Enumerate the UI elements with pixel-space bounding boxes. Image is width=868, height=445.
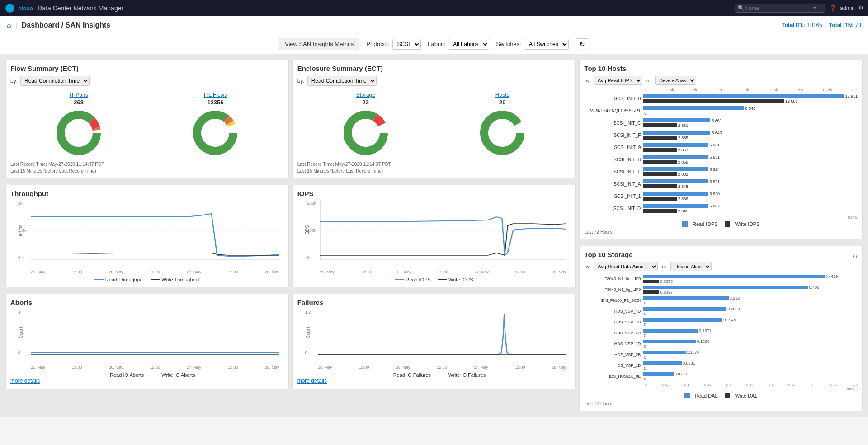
top10-hosts-panel: Top 10 Hosts by: Avg Read IOPS for: Devi… <box>579 60 863 239</box>
svg-text:≡: ≡ <box>9 7 11 11</box>
top10-storage-title: Top 10 Storage <box>584 251 632 258</box>
storage-legend: Read DAL Write DAL <box>584 393 858 398</box>
help-icon[interactable]: ❓ <box>830 5 836 11</box>
it-pairs-label[interactable]: IT Pairs <box>70 92 88 98</box>
cisco-logo-icon: ≡ <box>5 3 15 14</box>
storage-value: 22 <box>363 99 369 106</box>
flow-summary-title: Flow Summary (ECT) <box>10 65 284 72</box>
by-label: by: <box>10 78 18 84</box>
aborts-panel: Aborts 4 0 Count 25. May12:0026. May12:0… <box>5 294 289 389</box>
storage-donut-chart <box>341 108 391 158</box>
throughput-panel: Throughput 5k 2.5k 0 MBps <box>5 185 289 287</box>
storage-by-label: by: <box>584 264 591 269</box>
refresh-button[interactable]: ↻ <box>576 38 589 50</box>
svg-point-17 <box>356 123 376 143</box>
iops-title: IOPS <box>297 190 571 197</box>
enclosure-summary-by-row: by: Read Completion Time <box>297 76 571 86</box>
switches-select[interactable]: All Switches <box>524 39 569 50</box>
hosts-donut: Hosts 20 <box>477 92 527 158</box>
table-row: HDS_VSP_1B0.09310 <box>584 361 858 370</box>
search-box[interactable]: 🔍 ▼ <box>735 4 825 13</box>
table-row: HDS_VSP_4D0.20290 <box>584 306 858 316</box>
failures-x-labels: 25. May12:0026. May12:0027. May12:0028. … <box>318 364 566 370</box>
totals-section: Total ITL: 18165 Total ITN: 78 <box>782 22 861 28</box>
fabric-filter: Fabric: All Fabrics <box>428 39 490 50</box>
iops-x-labels: 25. May12:0026. May12:0027. May12:0028. … <box>320 269 566 275</box>
settings-icon[interactable]: ⚙ <box>859 5 863 11</box>
search-dropdown-icon[interactable]: ▼ <box>812 6 816 10</box>
protocol-label: Protocol: <box>366 41 389 47</box>
table-row: HDS_VSP_3D0.19450 <box>584 317 858 327</box>
aborts-title: Aborts <box>10 299 284 306</box>
storage-bar-chart: F8040_N1_0e_LIF00.44290.0373F8040_N1_0g_… <box>584 274 858 391</box>
storage-refresh-icon[interactable]: ↻ <box>852 253 858 260</box>
fabric-select[interactable]: All Fabrics <box>448 39 489 50</box>
flow-last-window: Last 15 Minutes (before Last Record Time… <box>10 169 284 173</box>
table-row: SCSI_INIT_D5 6072 845 <box>584 203 858 214</box>
table-row: HDS_VSP_2D0.13710 <box>584 328 858 338</box>
flow-summary-dropdown[interactable]: Read Completion Time <box>20 76 90 86</box>
itl-flows-chart <box>190 108 240 158</box>
flow-summary-panel: Flow Summary (ECT) by: Read Completion T… <box>5 60 289 178</box>
throughput-y-axis-label: MBps <box>18 225 23 236</box>
svg-point-19 <box>492 123 512 143</box>
throughput-legend: Read Throughput Write Throughput <box>10 277 284 282</box>
enc-last-window: Last 15 Minutes (before Last Record Time… <box>297 169 571 173</box>
fabric-label: Fabric: <box>428 41 446 47</box>
failures-more-details[interactable]: more details <box>297 378 327 384</box>
table-row: WIN-17419-QLE8362-P18 5460 <box>584 105 858 116</box>
protocol-select[interactable]: SCSI <box>392 39 421 50</box>
iops-panel: IOPS 200k 100k 0 IOPS <box>292 185 576 287</box>
iops-y-axis-label: IOPS <box>305 225 310 236</box>
switches-filter: Switches: All Switches <box>496 39 569 50</box>
hosts-label[interactable]: Hosts <box>495 92 509 98</box>
top10-storage-panel: Top 10 Storage ↻ by: Avg Read Data Acce.… <box>579 246 863 411</box>
table-row: HDS_HUS150_0E0.07670 <box>584 371 858 381</box>
enclosure-donuts: Storage 22 Hosts 20 <box>297 89 571 160</box>
failures-panel: Failures 1.2 0 Count 25. May12:0026. May… <box>292 294 576 389</box>
flow-summary-by-row: by: Read Completion Time <box>10 76 284 86</box>
enc-last-record: Last Record Time: May-27-2020 11:14:37 P… <box>297 162 571 167</box>
storage-for-label: for: <box>660 264 668 269</box>
itl-flows-label[interactable]: ITL Flows <box>204 92 227 98</box>
nav-icons: ❓ admin ⚙ <box>830 5 863 11</box>
storage-donut: Storage 22 <box>341 92 391 158</box>
switches-label: Switches: <box>496 41 521 47</box>
storage-for-select[interactable]: Device Alias <box>670 262 712 271</box>
it-pairs-chart <box>54 108 104 158</box>
aborts-more-details[interactable]: more details <box>10 378 40 384</box>
it-pairs-donut: IT Pairs 268 <box>54 92 104 158</box>
view-san-insights-button[interactable]: View SAN Insights Metrics <box>279 38 359 50</box>
aborts-y-axis-label: Count <box>19 327 24 339</box>
aborts-x-labels: 25. May12:0026. May12:0027. May12:0028. … <box>31 364 279 370</box>
hosts-by-select[interactable]: Avg Read IOPS <box>594 76 642 85</box>
storage-chart-controls: by: Avg Read Data Acce... for: Device Al… <box>584 262 858 271</box>
itl-flows-donut: ITL Flows 12356 <box>190 92 240 158</box>
flow-last-record: Last Record Time: May-27-2020 11:14:37 P… <box>10 162 284 167</box>
table-row: SCSI_INIT_A5 6212 845 <box>584 178 858 189</box>
table-row: SCSI_INIT_C5 6612 881 <box>584 117 858 128</box>
failures-title: Failures <box>297 299 571 306</box>
storage-label[interactable]: Storage <box>356 92 375 98</box>
table-row: HDS_VSP_1D0.12990 <box>584 339 858 349</box>
enclosure-summary-dropdown[interactable]: Read Completion Time <box>307 76 377 86</box>
enclosure-summary-panel: Enclosure Summary (ECT) by: Read Complet… <box>292 60 576 178</box>
protocol-filter: Protocol: SCSI <box>366 39 420 50</box>
search-input[interactable] <box>745 5 812 11</box>
table-row: F8040_N1_0g_LIF00.4060.0397 <box>584 285 858 295</box>
storage-by-select[interactable]: Avg Read Data Acce... <box>594 262 658 271</box>
search-icon: 🔍 <box>738 5 745 11</box>
itl-flows-value: 12356 <box>207 99 223 106</box>
home-icon[interactable]: ⌂ <box>7 21 11 29</box>
table-row: SCSI_INIT_017 91112 061 <box>584 93 858 104</box>
table-row: HDS_VSP_2B0.10740 <box>584 350 858 360</box>
page-title: Dashboard / SAN Insights <box>22 21 110 29</box>
it-pairs-value: 268 <box>74 99 84 106</box>
hosts-for-select[interactable]: Device Alias <box>655 76 696 85</box>
failures-chart <box>318 310 566 355</box>
total-itn: Total ITN: 78 <box>829 22 861 28</box>
failures-y-axis-label: Count <box>306 327 311 339</box>
total-itl: Total ITL: 18165 <box>782 22 822 28</box>
enclosure-summary-title: Enclosure Summary (ECT) <box>297 65 571 72</box>
aborts-legend: Read IO Aborts Write IO Aborts <box>10 372 284 378</box>
